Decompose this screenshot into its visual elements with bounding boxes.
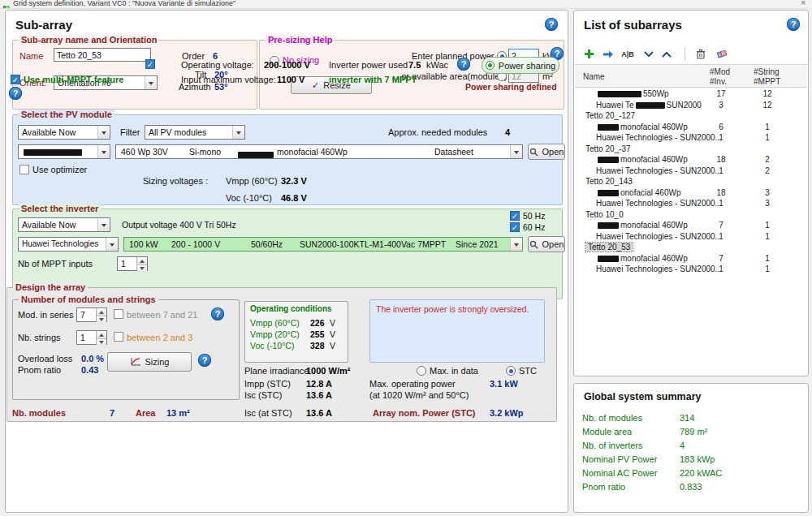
pv-module-select[interactable]: 460 Wp 30V Si-mono monofacial 460Wp Data… (115, 144, 523, 159)
inverter-open-button[interactable]: Open (528, 236, 565, 252)
string-count: 12 (750, 100, 784, 111)
subarray-group-row[interactable]: Tetto 20_-37 (575, 144, 807, 155)
chevron-down-icon[interactable] (97, 126, 110, 139)
subarray-item-row[interactable]: Huawei Technologies - SUN2000...11 (575, 231, 807, 243)
summary-label: Nb. of modules (582, 413, 642, 423)
move-up-button[interactable] (659, 46, 675, 62)
use-optimizer-label: Use optimizer (32, 165, 87, 174)
group-title: Select the inverter (19, 204, 101, 213)
add-subarray-button[interactable] (581, 46, 597, 62)
chevron-down-icon[interactable] (510, 145, 522, 158)
item-text: Huawei Technologies - SUN2000... (596, 133, 722, 142)
help-icon[interactable]: ? (787, 18, 800, 31)
multi-mppt-checkbox[interactable]: ✓ (11, 75, 20, 84)
array-nom-power-label: Array nom. Power (STC) (373, 408, 476, 418)
duplicate-subarray-button[interactable] (600, 46, 616, 62)
rename-subarray-button[interactable]: A|B (620, 46, 636, 62)
subarray-item-row[interactable]: Huawei Technologies - SUN2000...12 (575, 166, 807, 177)
mppt-count-stepper[interactable]: 1 (117, 256, 148, 271)
step-down-icon[interactable] (97, 339, 106, 346)
subarray-tree: 550Wp1712Huawei TeSUN2000312Tetto 20_-12… (575, 88, 807, 375)
inverter-model-voltage: 200 - 1000 V (171, 239, 220, 249)
power-sharing-radio-icon (486, 61, 495, 70)
chevron-down-icon[interactable] (97, 145, 110, 158)
chevron-down-icon[interactable] (510, 238, 522, 251)
mppt-inputs-label: Nb of MPPT inputs (18, 259, 93, 269)
50hz-checkbox[interactable]: ✓ (510, 211, 520, 221)
summary-label: Nominal AC Power (582, 468, 657, 478)
max-in-data-radio[interactable] (417, 366, 426, 376)
pv-manufacturer-select[interactable] (18, 144, 110, 159)
subarray-name-input[interactable] (54, 48, 151, 62)
step-up-icon[interactable] (97, 308, 106, 316)
use-optimizer-checkbox[interactable] (19, 165, 29, 174)
series-range-checkbox[interactable] (114, 309, 123, 319)
60hz-checkbox[interactable]: ✓ (510, 222, 520, 232)
power-sharing-button[interactable]: Power sharing (482, 57, 559, 74)
chevron-down-icon[interactable] (145, 76, 157, 89)
sizing-voltages-label: Sizing voltages : (143, 176, 208, 186)
step-down-icon[interactable] (137, 265, 147, 273)
inverter-model-name: SUN2000-100KTL-M1-400Vac 7MPPT (300, 239, 446, 249)
help-icon[interactable]: ? (198, 354, 211, 367)
subarray-item-row[interactable]: Huawei Technologies - SUN2000...11 (575, 264, 807, 275)
50hz-label: 50 Hz (523, 211, 545, 221)
close-icon[interactable]: × (801, 0, 806, 7)
subarray-group-row[interactable]: Tetto 10_0 (575, 209, 807, 221)
step-up-icon[interactable] (97, 331, 106, 339)
help-icon[interactable]: ? (9, 87, 22, 100)
stepper-buttons[interactable] (96, 331, 106, 344)
inverter-availability-select[interactable]: Available Now (18, 217, 110, 232)
strings-count-stepper[interactable]: 1 (76, 330, 107, 345)
pv-open-button[interactable]: Open (528, 144, 565, 160)
subarray-item-row[interactable]: monofacial 460Wp61 (575, 122, 807, 133)
area-label: Area (136, 408, 155, 418)
inverter-model-select[interactable]: 100 kW 200 - 1000 V 50/60Hz SUN2000-100K… (123, 237, 523, 252)
inverter-model-freq: 50/60Hz (251, 239, 283, 249)
inverter-power-used-unit: kWac (426, 60, 448, 70)
chevron-down-icon[interactable] (97, 218, 110, 231)
string-count: 1 (750, 264, 784, 275)
subarray-item-row[interactable]: Huawei TeSUN2000312 (575, 100, 807, 111)
subarray-item-row[interactable]: monofacial 460Wp71 (575, 220, 807, 231)
pv-filter-select[interactable]: All PV modules (145, 125, 245, 140)
sizing-chart-icon (130, 357, 141, 367)
pv-open-label: Open (542, 147, 564, 157)
subarray-item-row[interactable]: Huawei Technologies - SUN2000...13 (575, 198, 807, 209)
inverter-manufacturer-select[interactable]: Huawei Technologies (18, 237, 119, 252)
clear-list-button[interactable] (714, 46, 730, 62)
subarray-item-row[interactable]: monofacial 460Wp71 (575, 253, 807, 264)
delete-subarray-button[interactable] (693, 46, 709, 62)
subarray-item-row[interactable]: Huawei Technologies - SUN2000...11 (575, 132, 807, 144)
subarray-item-row[interactable]: onofacial 460Wp183 (575, 187, 807, 199)
step-down-icon[interactable] (97, 316, 106, 324)
help-icon[interactable]: ? (211, 307, 224, 320)
summary-rows: Nb. of modules314Module area789 m²Nb. of… (574, 411, 808, 494)
stepper-buttons[interactable] (136, 257, 147, 270)
subarray-item-row[interactable]: 550Wp1712 (575, 88, 807, 100)
summary-label: Nominal PV Power (582, 454, 657, 464)
step-up-icon[interactable] (137, 257, 147, 265)
sizing-button[interactable]: Sizing (107, 352, 192, 372)
move-down-button[interactable] (641, 46, 657, 62)
subarray-group-row[interactable]: Tetto 20_53 (575, 242, 807, 253)
subarray-group-row[interactable]: Tetto 20_-127 (575, 110, 807, 122)
eraser-icon (716, 49, 728, 59)
mod-count: 17 (709, 88, 733, 100)
redaction-bar (598, 256, 619, 262)
chevron-down-icon[interactable] (106, 238, 118, 251)
chevron-down-icon[interactable] (232, 126, 244, 139)
pv-availability-select[interactable]: Available Now (18, 125, 110, 140)
inverter-model-since: Since 2021 (456, 239, 499, 249)
subarray-group-row[interactable]: Tetto 20_143 (575, 176, 807, 187)
strings-range-checkbox[interactable] (114, 332, 123, 342)
help-icon[interactable]: ? (545, 18, 558, 31)
modules-in-series-stepper[interactable]: 7 (76, 307, 107, 322)
stepper-buttons[interactable] (96, 308, 106, 321)
stc-radio[interactable] (506, 366, 516, 376)
module-name-redacted (236, 149, 275, 159)
mppt-count-checkbox[interactable]: ✓ (145, 59, 155, 69)
help-icon[interactable]: ? (457, 58, 470, 71)
mod-series-value: 7 (80, 310, 85, 320)
subarray-item-row[interactable]: monofacial 460Wp182 (575, 154, 807, 166)
